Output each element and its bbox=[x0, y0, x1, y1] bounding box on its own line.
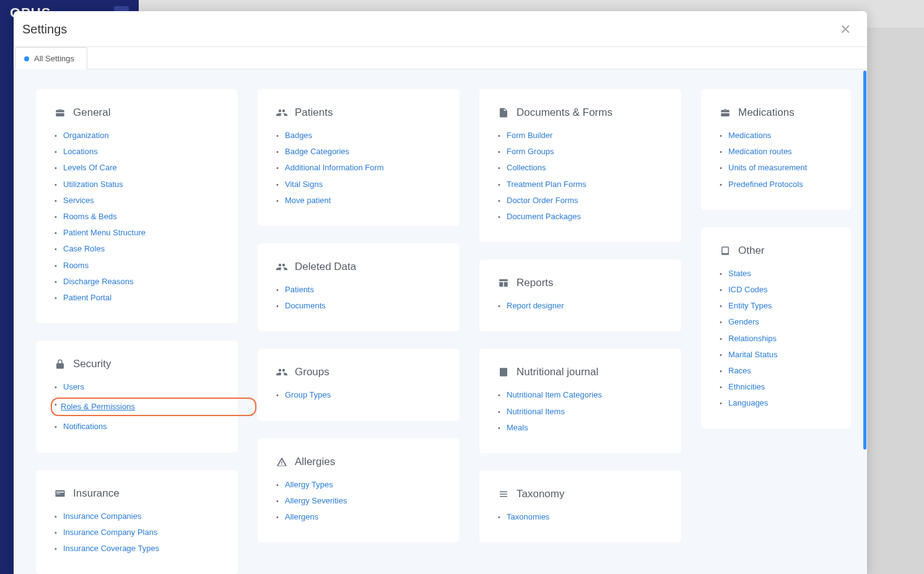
link-list: PatientsDocuments bbox=[276, 284, 441, 311]
settings-link-item: Badge Categories bbox=[276, 146, 441, 157]
settings-link[interactable]: Form Builder bbox=[507, 131, 552, 140]
settings-link[interactable]: Patients bbox=[285, 285, 314, 294]
settings-link[interactable]: Units of measurement bbox=[728, 163, 807, 172]
settings-link-item: Entity Types bbox=[720, 300, 832, 311]
settings-link-item: Vital Signs bbox=[276, 179, 441, 190]
link-list: StatesICD CodesEntity TypesGendersRelati… bbox=[720, 268, 832, 409]
settings-link[interactable]: ICD Codes bbox=[728, 285, 768, 294]
settings-link[interactable]: Levels Of Care bbox=[63, 163, 117, 172]
card-documents: Documents & Forms Form BuilderForm Group… bbox=[479, 89, 681, 242]
settings-link[interactable]: Entity Types bbox=[728, 301, 772, 310]
settings-link-item: Levels Of Care bbox=[54, 162, 219, 173]
warning-icon bbox=[276, 456, 287, 467]
card-title: Medications bbox=[738, 107, 795, 119]
card-title: Nutritional journal bbox=[516, 366, 598, 378]
settings-link[interactable]: Organization bbox=[63, 131, 109, 140]
settings-link[interactable]: Group Types bbox=[285, 390, 331, 399]
settings-link[interactable]: Collections bbox=[507, 163, 546, 172]
settings-link-item: Patient Menu Structure bbox=[54, 227, 219, 238]
settings-link[interactable]: Report designer bbox=[507, 301, 564, 310]
settings-link[interactable]: Treatment Plan Forms bbox=[507, 180, 586, 189]
close-button[interactable]: ✕ bbox=[837, 23, 853, 37]
settings-link-item: Allergens bbox=[276, 511, 441, 523]
settings-link[interactable]: Vital Signs bbox=[285, 180, 323, 189]
settings-link[interactable]: Allergy Severities bbox=[285, 496, 347, 505]
settings-link[interactable]: Medications bbox=[728, 131, 771, 140]
settings-link[interactable]: Races bbox=[728, 366, 751, 375]
link-list: Form BuilderForm GroupsCollectionsTreatm… bbox=[498, 130, 663, 222]
modal-body[interactable]: General OrganizationLocationsLevels Of C… bbox=[14, 69, 867, 574]
settings-link[interactable]: Nutritional Items bbox=[507, 407, 565, 416]
link-list: Allergy TypesAllergy SeveritiesAllergens bbox=[276, 479, 441, 523]
settings-link[interactable]: Insurance Company Plans bbox=[63, 528, 157, 537]
card-title: Groups bbox=[295, 366, 329, 378]
settings-link-item: Marital Status bbox=[720, 349, 832, 360]
settings-link[interactable]: Case Roles bbox=[63, 244, 105, 253]
people-icon bbox=[276, 261, 287, 272]
settings-link[interactable]: Taxonomies bbox=[507, 512, 549, 521]
card-taxonomy: Taxonomy Taxonomies bbox=[479, 471, 681, 542]
settings-link-item: Taxonomies bbox=[498, 511, 663, 523]
settings-link-item: Users bbox=[54, 381, 219, 393]
settings-link[interactable]: Discharge Reasons bbox=[63, 277, 133, 286]
settings-link[interactable]: Move patient bbox=[285, 196, 331, 205]
settings-link[interactable]: Utilization Status bbox=[63, 180, 123, 189]
settings-link[interactable]: Medication routes bbox=[728, 147, 792, 156]
settings-link-item: Discharge Reasons bbox=[54, 276, 219, 287]
settings-link[interactable]: Insurance Companies bbox=[63, 511, 141, 521]
briefcase-icon bbox=[54, 107, 66, 118]
settings-link[interactable]: Relationships bbox=[728, 334, 777, 343]
table-icon bbox=[498, 277, 509, 289]
settings-link-item: Form Builder bbox=[498, 130, 663, 141]
settings-link-item: Predefined Protocols bbox=[720, 179, 832, 190]
settings-link[interactable]: Additional Information Form bbox=[285, 163, 384, 172]
settings-link[interactable]: Predefined Protocols bbox=[728, 180, 803, 189]
settings-link-item: Badges bbox=[276, 130, 441, 141]
settings-link[interactable]: Patient Menu Structure bbox=[63, 228, 146, 237]
settings-link[interactable]: Marital Status bbox=[728, 350, 777, 359]
settings-link[interactable]: Badge Categories bbox=[285, 147, 349, 156]
settings-link[interactable]: Allergy Types bbox=[285, 480, 333, 489]
settings-link[interactable]: Rooms & Beds bbox=[63, 212, 117, 221]
settings-link[interactable]: Insurance Coverage Types bbox=[63, 544, 159, 553]
card-title: General bbox=[73, 107, 110, 119]
settings-link[interactable]: Badges bbox=[285, 131, 312, 140]
settings-link[interactable]: Roles & Permissions bbox=[61, 402, 135, 411]
settings-link-item: Insurance Companies bbox=[54, 511, 219, 522]
settings-link-item: Move patient bbox=[276, 195, 441, 206]
settings-link[interactable]: Genders bbox=[728, 317, 759, 326]
settings-link[interactable]: Meals bbox=[507, 423, 528, 432]
settings-link[interactable]: Document Packages bbox=[507, 212, 581, 221]
settings-link[interactable]: Services bbox=[63, 196, 94, 205]
settings-link-item: Collections bbox=[498, 162, 663, 173]
link-list: OrganizationLocationsLevels Of CareUtili… bbox=[54, 130, 219, 303]
link-list: BadgesBadge CategoriesAdditional Informa… bbox=[276, 130, 441, 206]
settings-link[interactable]: Ethnicities bbox=[728, 382, 765, 391]
settings-link[interactable]: Locations bbox=[63, 147, 98, 156]
settings-link[interactable]: Notifications bbox=[63, 422, 107, 431]
settings-link[interactable]: Documents bbox=[285, 301, 326, 310]
card-allergies: Allergies Allergy TypesAllergy Severitie… bbox=[258, 438, 460, 543]
settings-link[interactable]: Allergens bbox=[285, 512, 318, 521]
settings-link[interactable]: Nutritional Item Categories bbox=[507, 390, 602, 399]
card-general: General OrganizationLocationsLevels Of C… bbox=[36, 89, 238, 323]
scrollbar-thumb[interactable] bbox=[863, 71, 866, 450]
tab-all-settings[interactable]: All Settings bbox=[15, 47, 87, 69]
settings-link-item: Nutritional Items bbox=[498, 406, 663, 417]
settings-link-item: Case Roles bbox=[54, 243, 219, 254]
settings-link[interactable]: Doctor Order Forms bbox=[507, 196, 578, 205]
settings-link[interactable]: Users bbox=[63, 382, 84, 391]
card-title: Reports bbox=[516, 277, 554, 289]
settings-link[interactable]: Rooms bbox=[63, 261, 89, 270]
settings-link-item: Form Groups bbox=[498, 146, 663, 157]
card-nutrition: Nutritional journal Nutritional Item Cat… bbox=[479, 349, 681, 453]
settings-link-item: Units of measurement bbox=[720, 162, 832, 173]
settings-link-item: Report designer bbox=[498, 300, 663, 311]
settings-link[interactable]: Languages bbox=[728, 398, 768, 407]
card-groups: Groups Group Types bbox=[258, 349, 460, 420]
settings-link-item: Races bbox=[720, 365, 832, 376]
settings-link[interactable]: Form Groups bbox=[507, 147, 554, 156]
settings-link[interactable]: Patient Portal bbox=[63, 293, 111, 302]
settings-link[interactable]: States bbox=[728, 269, 751, 278]
settings-link-item: Utilization Status bbox=[54, 179, 219, 190]
